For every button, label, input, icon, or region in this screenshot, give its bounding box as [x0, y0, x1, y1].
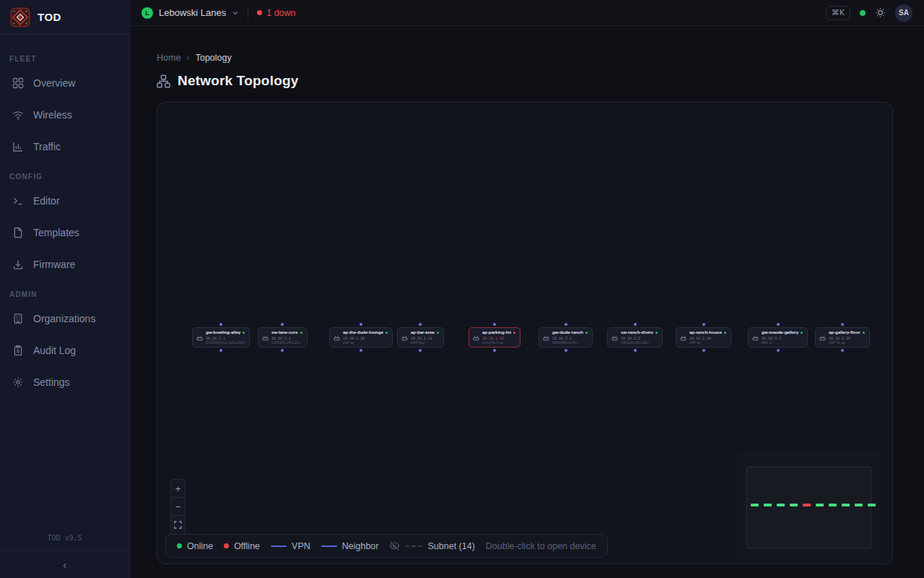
breadcrumb-home-link[interactable]: Home	[157, 53, 180, 63]
node-handle-top[interactable]	[634, 323, 637, 326]
node-handle-top[interactable]	[219, 323, 222, 326]
device-node[interactable]: sw-ranch-distro 10.10.2.2 CRS310-8G+2S+	[607, 327, 663, 348]
node-handle-bottom[interactable]	[419, 349, 422, 352]
node-handle-top[interactable]	[841, 323, 844, 326]
node-handle-top[interactable]	[359, 323, 362, 326]
terminal-icon	[12, 195, 24, 207]
node-status-dot	[513, 332, 515, 334]
node-name: ap-parking-lot	[482, 330, 511, 336]
breadcrumb-current: Topology	[196, 53, 232, 63]
minimap[interactable]	[737, 451, 881, 559]
org-selector[interactable]: L Lebowski Lanes	[141, 7, 239, 19]
node-handle-top[interactable]	[702, 323, 705, 326]
node-handle-bottom[interactable]	[281, 349, 284, 352]
sidebar-item[interactable]: Editor	[0, 185, 129, 217]
node-name: gw-maude-gallery	[762, 330, 798, 336]
node-model: cAP ax	[689, 340, 726, 345]
topology-canvas[interactable]: gw-bowling-alley 10.10.1.1 CCR2004-1G-12…	[157, 102, 893, 564]
node-handle-bottom[interactable]	[565, 349, 567, 352]
node-status-dot	[863, 332, 865, 334]
sidebar-item[interactable]: Templates	[0, 217, 129, 249]
main-content: Home › Topology Network Topology	[130, 26, 924, 578]
bar-chart-icon	[12, 141, 24, 152]
device-node[interactable]: gw-dude-ranch 10.10.2.1 RB5009UG+S+	[539, 327, 593, 348]
node-handle-bottom[interactable]	[841, 349, 844, 352]
download-icon	[12, 259, 24, 270]
legend-online: Online	[177, 541, 213, 551]
minimap-viewport[interactable]	[746, 467, 871, 548]
legend-neighbor: Neighbor	[321, 541, 379, 551]
sidebar-item-label: Templates	[33, 227, 79, 238]
node-model: CRS310-8G+2S+	[621, 340, 658, 345]
minimap-node-mark	[803, 504, 811, 506]
node-model: cAP ac	[343, 340, 388, 345]
chevron-right-icon: ›	[186, 52, 189, 63]
legend-offline: Offline	[224, 541, 260, 551]
device-node[interactable]: ap-the-dude-lounge 10.10.1.10 cAP ac	[329, 327, 393, 348]
node-name: ap-the-dude-lounge	[343, 330, 383, 336]
minimap-node-mark	[829, 504, 837, 506]
wifi-icon	[12, 109, 24, 121]
sidebar-nav: FLEET Overview Wireless Traffic CONFIG	[0, 35, 129, 527]
minimap-node-mark	[816, 504, 824, 506]
command-palette-button[interactable]: ⌘K	[826, 6, 850, 20]
sidebar-item[interactable]: Audit Log	[0, 335, 129, 366]
sidebar-item[interactable]: Traffic	[0, 131, 129, 163]
subnet-dash-icon	[405, 545, 422, 547]
device-node[interactable]: ap-gallery-floor 10.10.3.10 cAP XL ac	[815, 327, 870, 348]
device-node[interactable]: gw-bowling-alley 10.10.1.1 CCR2004-1G-12…	[192, 327, 250, 348]
sidebar-item[interactable]: Wireless	[0, 99, 129, 131]
zoom-out-button[interactable]: −	[171, 498, 185, 516]
node-handle-bottom[interactable]	[702, 349, 705, 352]
device-node[interactable]: ap-parking-lot 10.10.1.12 OmniTik 5 ac	[468, 327, 520, 348]
device-node[interactable]: ap-ranch-house 10.10.2.10 cAP ax	[676, 327, 731, 348]
down-alert[interactable]: 1 down	[257, 8, 295, 18]
minimap-node-mark	[764, 504, 772, 506]
legend-vpn: VPN	[271, 541, 310, 551]
device-node[interactable]: gw-maude-gallery 10.10.3.1 hEX S	[748, 327, 808, 348]
clipboard-icon	[12, 345, 24, 356]
node-name: sw-ranch-distro	[621, 330, 653, 336]
sidebar-footer: TOD v9.5 ‹	[0, 527, 129, 578]
node-handle-bottom[interactable]	[777, 349, 780, 352]
chevron-left-icon: ‹	[63, 559, 66, 571]
connection-status-dot	[860, 10, 866, 16]
node-name: ap-gallery-floor	[829, 330, 860, 336]
offline-dot-icon	[224, 543, 229, 548]
fit-view-button[interactable]	[171, 516, 185, 534]
node-handle-bottom[interactable]	[219, 349, 222, 352]
device-icon	[262, 335, 269, 341]
node-model: CCR2004-1G-12S+2XS	[206, 340, 245, 345]
sidebar-item-label: Firmware	[33, 259, 75, 270]
node-handle-top[interactable]	[565, 323, 567, 326]
node-handle-top[interactable]	[419, 323, 422, 326]
node-handle-top[interactable]	[777, 323, 780, 326]
sidebar-item[interactable]: Settings	[0, 366, 129, 398]
topology-icon	[157, 74, 170, 88]
zoom-in-button[interactable]: +	[171, 480, 185, 498]
node-handle-top[interactable]	[493, 323, 496, 326]
minimap-node-mark	[751, 504, 759, 506]
node-handle-bottom[interactable]	[493, 349, 496, 352]
nav-section-admin: ADMIN	[0, 280, 129, 303]
device-node[interactable]: sw-lane-core 10.10.1.2 CRS326-24G-2S+	[258, 327, 308, 348]
node-name: gw-bowling-alley	[206, 330, 240, 336]
sidebar-collapse-button[interactable]: ‹	[0, 551, 129, 578]
sidebar-item[interactable]: Organizations	[0, 303, 129, 335]
device-icon	[543, 335, 549, 341]
node-name: ap-ranch-house	[689, 330, 722, 336]
minimap-marks	[751, 504, 876, 506]
device-icon	[752, 335, 759, 341]
node-handle-bottom[interactable]	[634, 349, 637, 352]
node-model: hEX S	[762, 340, 803, 345]
node-handle-top[interactable]	[281, 323, 284, 326]
title-row: Network Topology	[130, 63, 924, 89]
eye-off-icon[interactable]	[389, 540, 400, 551]
device-node[interactable]: ap-bar-area 10.10.1.11 wAP ac2	[397, 327, 444, 348]
sun-icon[interactable]	[875, 7, 886, 18]
node-handle-bottom[interactable]	[359, 349, 362, 352]
sidebar-item[interactable]: Overview	[0, 67, 129, 99]
user-avatar[interactable]: SA	[895, 4, 912, 22]
sidebar-item[interactable]: Firmware	[0, 249, 129, 280]
logo-row: TOD	[0, 0, 129, 35]
